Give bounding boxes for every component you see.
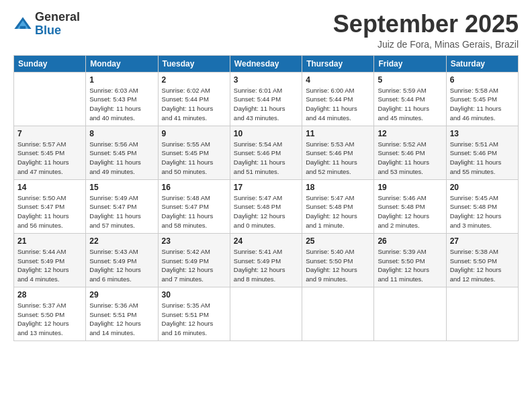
week-row-1: 1Sunrise: 6:03 AM Sunset: 5:43 PM Daylig…: [14, 72, 519, 126]
header: General Blue September 2025 Juiz de Fora…: [13, 11, 519, 50]
day-number: 25: [306, 236, 370, 246]
calendar-cell: [374, 287, 446, 340]
day-number: 5: [378, 75, 442, 85]
day-info: Sunrise: 5:52 AM Sunset: 5:46 PM Dayligh…: [378, 140, 442, 177]
day-number: 8: [89, 129, 154, 138]
calendar-cell: [230, 287, 302, 340]
day-info: Sunrise: 5:37 AM Sunset: 5:50 PM Dayligh…: [17, 301, 82, 338]
calendar-cell: 2Sunrise: 6:02 AM Sunset: 5:44 PM Daylig…: [158, 72, 230, 126]
day-info: Sunrise: 6:01 AM Sunset: 5:44 PM Dayligh…: [234, 86, 298, 123]
col-saturday: Saturday: [446, 55, 518, 72]
calendar-cell: 4Sunrise: 6:00 AM Sunset: 5:44 PM Daylig…: [302, 72, 374, 126]
day-info: Sunrise: 5:36 AM Sunset: 5:51 PM Dayligh…: [89, 301, 154, 338]
day-info: Sunrise: 6:00 AM Sunset: 5:44 PM Dayligh…: [306, 86, 370, 123]
week-row-3: 14Sunrise: 5:50 AM Sunset: 5:47 PM Dayli…: [14, 179, 519, 233]
day-info: Sunrise: 5:38 AM Sunset: 5:50 PM Dayligh…: [450, 247, 515, 284]
day-info: Sunrise: 5:41 AM Sunset: 5:49 PM Dayligh…: [234, 247, 298, 284]
day-info: Sunrise: 5:55 AM Sunset: 5:45 PM Dayligh…: [162, 140, 226, 177]
day-info: Sunrise: 5:56 AM Sunset: 5:45 PM Dayligh…: [89, 140, 154, 177]
day-number: 16: [162, 183, 226, 192]
title-block: September 2025 Juiz de Fora, Minas Gerai…: [333, 11, 519, 50]
calendar-table: Sunday Monday Tuesday Wednesday Thursday…: [13, 55, 519, 341]
day-info: Sunrise: 5:59 AM Sunset: 5:44 PM Dayligh…: [378, 86, 442, 123]
day-info: Sunrise: 5:45 AM Sunset: 5:48 PM Dayligh…: [450, 193, 515, 230]
svg-rect-2: [20, 26, 26, 29]
calendar-cell: 3Sunrise: 6:01 AM Sunset: 5:44 PM Daylig…: [230, 72, 302, 126]
day-number: 15: [89, 183, 154, 192]
logo-blue: Blue: [35, 24, 80, 38]
calendar-cell: 10Sunrise: 5:54 AM Sunset: 5:46 PM Dayli…: [230, 126, 302, 179]
day-info: Sunrise: 5:47 AM Sunset: 5:48 PM Dayligh…: [234, 193, 298, 230]
day-info: Sunrise: 5:44 AM Sunset: 5:49 PM Dayligh…: [17, 247, 82, 284]
calendar-cell: [14, 72, 86, 126]
calendar-cell: 24Sunrise: 5:41 AM Sunset: 5:49 PM Dayli…: [230, 233, 302, 287]
calendar-cell: 28Sunrise: 5:37 AM Sunset: 5:50 PM Dayli…: [14, 287, 86, 340]
day-info: Sunrise: 5:46 AM Sunset: 5:48 PM Dayligh…: [378, 193, 442, 230]
day-info: Sunrise: 5:50 AM Sunset: 5:47 PM Dayligh…: [17, 193, 82, 230]
calendar-cell: 14Sunrise: 5:50 AM Sunset: 5:47 PM Dayli…: [14, 179, 86, 233]
calendar-cell: 1Sunrise: 6:03 AM Sunset: 5:43 PM Daylig…: [86, 72, 158, 126]
day-info: Sunrise: 5:39 AM Sunset: 5:50 PM Dayligh…: [378, 247, 442, 284]
day-info: Sunrise: 5:42 AM Sunset: 5:49 PM Dayligh…: [162, 247, 226, 284]
calendar-cell: 23Sunrise: 5:42 AM Sunset: 5:49 PM Dayli…: [158, 233, 230, 287]
col-wednesday: Wednesday: [230, 55, 302, 72]
day-info: Sunrise: 5:58 AM Sunset: 5:45 PM Dayligh…: [450, 86, 515, 123]
day-number: 18: [306, 183, 370, 192]
day-number: 11: [306, 129, 370, 138]
calendar-cell: 11Sunrise: 5:53 AM Sunset: 5:46 PM Dayli…: [302, 126, 374, 179]
calendar-cell: 9Sunrise: 5:55 AM Sunset: 5:45 PM Daylig…: [158, 126, 230, 179]
day-number: 4: [306, 75, 370, 85]
calendar-cell: 7Sunrise: 5:57 AM Sunset: 5:45 PM Daylig…: [14, 126, 86, 179]
day-number: 10: [234, 129, 298, 138]
day-info: Sunrise: 5:53 AM Sunset: 5:46 PM Dayligh…: [306, 140, 370, 177]
calendar-cell: 17Sunrise: 5:47 AM Sunset: 5:48 PM Dayli…: [230, 179, 302, 233]
day-info: Sunrise: 5:51 AM Sunset: 5:46 PM Dayligh…: [450, 140, 515, 177]
day-number: 3: [234, 75, 298, 85]
day-number: 7: [17, 129, 82, 138]
calendar-cell: [446, 287, 518, 340]
logo-container: General Blue: [13, 11, 80, 38]
calendar-cell: 27Sunrise: 5:38 AM Sunset: 5:50 PM Dayli…: [446, 233, 518, 287]
day-info: Sunrise: 5:57 AM Sunset: 5:45 PM Dayligh…: [17, 140, 82, 177]
calendar-cell: 16Sunrise: 5:48 AM Sunset: 5:47 PM Dayli…: [158, 179, 230, 233]
day-info: Sunrise: 5:48 AM Sunset: 5:47 PM Dayligh…: [162, 193, 226, 230]
logo-icon: [13, 15, 32, 34]
day-number: 6: [450, 75, 515, 85]
page: General Blue September 2025 Juiz de Fora…: [0, 0, 532, 411]
week-row-5: 28Sunrise: 5:37 AM Sunset: 5:50 PM Dayli…: [14, 287, 519, 340]
day-number: 9: [162, 129, 226, 138]
col-tuesday: Tuesday: [158, 55, 230, 72]
day-info: Sunrise: 5:35 AM Sunset: 5:51 PM Dayligh…: [162, 301, 226, 338]
week-row-4: 21Sunrise: 5:44 AM Sunset: 5:49 PM Dayli…: [14, 233, 519, 287]
day-number: 24: [234, 236, 298, 246]
day-number: 27: [450, 236, 515, 246]
day-number: 23: [162, 236, 226, 246]
day-number: 17: [234, 183, 298, 192]
calendar-cell: 13Sunrise: 5:51 AM Sunset: 5:46 PM Dayli…: [446, 126, 518, 179]
col-friday: Friday: [374, 55, 446, 72]
calendar-cell: 6Sunrise: 5:58 AM Sunset: 5:45 PM Daylig…: [446, 72, 518, 126]
day-info: Sunrise: 5:49 AM Sunset: 5:47 PM Dayligh…: [89, 193, 154, 230]
calendar-cell: [302, 287, 374, 340]
calendar-cell: 25Sunrise: 5:40 AM Sunset: 5:50 PM Dayli…: [302, 233, 374, 287]
day-number: 14: [17, 183, 82, 192]
calendar-cell: 26Sunrise: 5:39 AM Sunset: 5:50 PM Dayli…: [374, 233, 446, 287]
day-info: Sunrise: 5:54 AM Sunset: 5:46 PM Dayligh…: [234, 140, 298, 177]
logo-general: General: [35, 11, 80, 24]
col-sunday: Sunday: [14, 55, 86, 72]
day-number: 20: [450, 183, 515, 192]
day-info: Sunrise: 5:43 AM Sunset: 5:49 PM Dayligh…: [89, 247, 154, 284]
col-monday: Monday: [86, 55, 158, 72]
calendar-cell: 21Sunrise: 5:44 AM Sunset: 5:49 PM Dayli…: [14, 233, 86, 287]
location-subtitle: Juiz de Fora, Minas Gerais, Brazil: [333, 39, 519, 50]
day-number: 29: [89, 290, 154, 300]
day-number: 21: [17, 236, 82, 246]
week-row-2: 7Sunrise: 5:57 AM Sunset: 5:45 PM Daylig…: [14, 126, 519, 179]
logo-text: General Blue: [35, 11, 80, 38]
day-info: Sunrise: 5:40 AM Sunset: 5:50 PM Dayligh…: [306, 247, 370, 284]
calendar-cell: 19Sunrise: 5:46 AM Sunset: 5:48 PM Dayli…: [374, 179, 446, 233]
day-info: Sunrise: 5:47 AM Sunset: 5:48 PM Dayligh…: [306, 193, 370, 230]
day-number: 19: [378, 183, 442, 192]
day-number: 12: [378, 129, 442, 138]
calendar-cell: 18Sunrise: 5:47 AM Sunset: 5:48 PM Dayli…: [302, 179, 374, 233]
